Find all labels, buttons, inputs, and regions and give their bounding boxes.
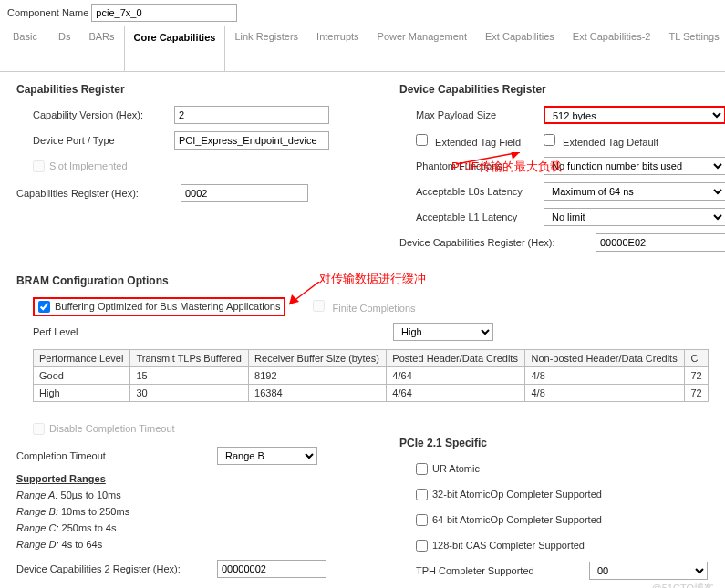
watermark: @51CTO博客 xyxy=(652,582,714,588)
range-b: Range B: 10ms to 250ms xyxy=(16,506,372,517)
ur-atomic-label: UR Atomic xyxy=(432,463,480,474)
buffering-opt-wrap: Buffering Optimized for Bus Mastering Ap… xyxy=(33,297,285,316)
l0s-select[interactable]: Maximum of 64 ns xyxy=(544,182,725,201)
th-nonposted: Non-posted Header/Data Credits xyxy=(525,350,685,367)
l0s-label: Acceptable L0s Latency xyxy=(416,186,544,197)
tph-label: TPH Completer Supported xyxy=(416,565,589,576)
cap-reg-hex-input[interactable] xyxy=(181,184,308,202)
atomic32-label: 32-bit AtomicOp Completer Supported xyxy=(432,489,602,500)
buffering-opt-checkbox[interactable] xyxy=(38,301,50,313)
finite-completions-label: Finite Completions xyxy=(332,303,415,314)
dev-cap-reg-input[interactable] xyxy=(596,233,725,252)
atomic64-checkbox[interactable] xyxy=(416,514,428,526)
ext-tag-default-label: Extended Tag Default xyxy=(563,137,658,148)
ext-tag-field-wrap: Extended Tag Field xyxy=(416,134,544,148)
range-c: Range C: 250ms to 4s xyxy=(16,522,372,533)
perf-level-select[interactable]: High xyxy=(393,323,493,341)
tab-ext-capabilities-2[interactable]: Ext Capabilities-2 xyxy=(564,26,660,71)
cap-reg-hex-label: Capabilities Register (Hex): xyxy=(16,188,181,199)
pcie21-title: PCIe 2.1 Specific xyxy=(399,437,709,449)
th-perf: Performance Level xyxy=(34,350,130,367)
cas128-label: 128-bit CAS Completer Supported xyxy=(432,540,585,551)
cap-version-input[interactable] xyxy=(174,106,329,124)
component-name-bar: Component Name xyxy=(0,0,725,26)
l1-label: Acceptable L1 Latency xyxy=(416,211,544,222)
tab-power-mgmt[interactable]: Power Management xyxy=(368,26,476,71)
device-port-label: Device Port / Type xyxy=(33,135,174,146)
range-d: Range D: 4s to 64s xyxy=(16,539,372,550)
buffering-opt-label: Buffering Optimized for Bus Mastering Ap… xyxy=(55,301,280,312)
annotation-buffer: 对传输数据进行缓冲 xyxy=(319,271,426,287)
finite-wrap: Finite Completions xyxy=(313,300,415,314)
capabilities-register-title: Capabilities Register xyxy=(16,83,372,96)
device-caps-title: Device Capabilities Register xyxy=(399,83,725,96)
dev-cap-reg-label: Device Capabilities Register (Hex): xyxy=(399,237,596,248)
perf-table: Performance Level Transmit TLPs Buffered… xyxy=(33,349,709,402)
dev-cap2-label: Device Capabilities 2 Register (Hex): xyxy=(16,563,217,574)
tph-select[interactable]: 00 xyxy=(589,562,708,580)
range-a: Range A: 50µs to 10ms xyxy=(16,490,372,500)
tab-bars[interactable]: BARs xyxy=(79,26,123,71)
th-c: C xyxy=(685,350,709,367)
disable-completion-checkbox xyxy=(33,423,45,435)
ur-atomic-checkbox[interactable] xyxy=(416,463,428,475)
component-name-input[interactable] xyxy=(91,4,237,22)
th-recv: Receiver Buffer Size (bytes) xyxy=(249,350,387,367)
atomic32-checkbox[interactable] xyxy=(416,489,428,500)
ext-tag-field-label: Extended Tag Field xyxy=(435,137,521,148)
th-tlp: Transmit TLPs Buffered xyxy=(130,350,249,367)
completion-timeout-select[interactable]: Range B xyxy=(217,447,317,465)
tab-interrupts[interactable]: Interrupts xyxy=(307,26,368,71)
cas128-checkbox[interactable] xyxy=(416,540,428,552)
component-name-label: Component Name xyxy=(7,7,88,18)
dev-cap2-input[interactable] xyxy=(217,560,326,578)
phantom-select[interactable]: No function number bits used xyxy=(544,157,725,175)
slot-implemented-checkbox xyxy=(33,160,45,172)
content-area: Capabilities Register Capability Version… xyxy=(0,72,725,588)
slot-implemented-label: Slot Implemented xyxy=(49,160,128,171)
table-row: Good 15 8192 4/64 4/8 72 xyxy=(34,367,709,385)
table-row: High 30 16384 4/64 4/8 72 xyxy=(34,385,709,402)
tab-ext-capabilities[interactable]: Ext Capabilities xyxy=(476,26,564,71)
tab-tl-settings[interactable]: TL Settings xyxy=(659,26,725,71)
tab-basic[interactable]: Basic xyxy=(4,26,47,71)
supported-ranges-title: Supported Ranges xyxy=(16,473,372,484)
ext-tag-default-wrap: Extended Tag Default xyxy=(544,134,658,148)
tab-bar: Basic IDs BARs Core Capabilities Link Re… xyxy=(0,26,725,72)
cap-version-label: Capability Version (Hex): xyxy=(33,109,174,120)
l1-select[interactable]: No limit xyxy=(544,208,725,226)
atomic64-label: 64-bit AtomicOp Completer Supported xyxy=(432,514,602,525)
ext-tag-field-checkbox[interactable] xyxy=(416,134,428,146)
annotation-payload: PCIE传输的最大负载 xyxy=(451,159,562,175)
perf-level-label: Perf Level xyxy=(33,326,393,337)
completion-timeout-label: Completion Timeout xyxy=(16,450,217,461)
th-posted: Posted Header/Data Credits xyxy=(387,350,525,367)
ext-tag-default-checkbox[interactable] xyxy=(544,134,555,146)
max-payload-label: Max Payload Size xyxy=(416,109,544,120)
tab-core-capabilities[interactable]: Core Capabilities xyxy=(124,26,226,72)
tab-link-registers[interactable]: Link Registers xyxy=(225,26,307,71)
tab-ids[interactable]: IDs xyxy=(47,26,80,71)
device-port-input[interactable] xyxy=(174,131,329,150)
max-payload-select[interactable]: 512 bytes xyxy=(544,106,725,124)
disable-completion-label: Disable Completion Timeout xyxy=(49,423,175,434)
finite-completions-checkbox xyxy=(313,300,325,312)
